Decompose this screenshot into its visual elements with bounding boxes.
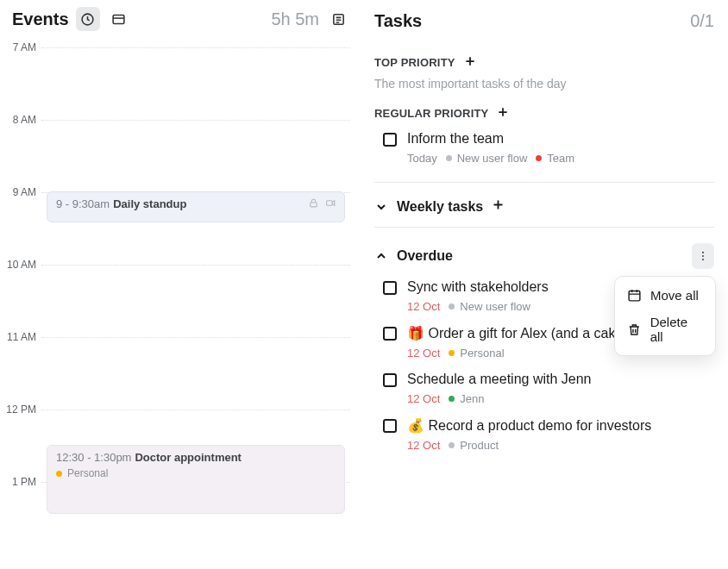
event-time: 9 - 9:30am bbox=[56, 197, 110, 210]
overdue-heading[interactable]: Overdue bbox=[374, 243, 714, 269]
add-regular-priority-button[interactable] bbox=[497, 106, 509, 121]
svg-point-5 bbox=[702, 252, 704, 253]
svg-point-7 bbox=[702, 259, 704, 260]
task-tag: Product bbox=[449, 439, 499, 452]
list-layout-icon bbox=[111, 12, 126, 27]
top-priority-subtitle: The most important tasks of the day bbox=[374, 77, 714, 91]
hour-label: 7 AM bbox=[0, 41, 41, 53]
hour-row: 11 AM bbox=[0, 337, 362, 343]
task-checkbox[interactable] bbox=[383, 133, 397, 147]
task-tag-label: Team bbox=[547, 152, 574, 165]
notes-icon bbox=[331, 12, 346, 27]
add-top-priority-button[interactable] bbox=[464, 55, 476, 70]
task-title: Schedule a meeting with Jenn bbox=[407, 372, 714, 387]
hour-line bbox=[41, 410, 350, 410]
task-item[interactable]: Inform the teamTodayNew user flowTeam bbox=[374, 121, 714, 166]
task-tag-label: New user flow bbox=[460, 300, 530, 313]
overdue-label: Overdue bbox=[397, 248, 453, 264]
tasks-pane: Tasks 0/1 Top Priority The most importan… bbox=[362, 0, 728, 569]
calendar-body[interactable]: 7 AM8 AM9 AM10 AM11 AM12 PM1 PM9 - 9:30a… bbox=[0, 34, 362, 569]
tasks-title: Tasks bbox=[374, 11, 422, 31]
delete-all-label: Delete all bbox=[650, 315, 703, 344]
task-tag: New user flow bbox=[449, 300, 530, 313]
section-top-priority: Top Priority The most important tasks of… bbox=[374, 55, 714, 91]
svg-rect-1 bbox=[113, 15, 124, 23]
task-date: 12 Oct bbox=[407, 392, 440, 405]
event-tag: Personal bbox=[56, 467, 336, 479]
event-time: 12:30 - 1:30pm bbox=[56, 451, 131, 464]
list-view-button[interactable] bbox=[107, 7, 131, 31]
task-tag-label: New user flow bbox=[457, 152, 528, 165]
task-title: 💰 Record a product demo for investors bbox=[407, 417, 714, 434]
hour-line bbox=[41, 337, 350, 338]
calendar-event[interactable]: 12:30 - 1:30pmDoctor appointmentPersonal bbox=[47, 445, 345, 514]
total-duration: 5h 5m bbox=[271, 9, 319, 29]
notes-button[interactable] bbox=[326, 7, 350, 31]
hour-row: 7 AM bbox=[0, 47, 362, 53]
tasks-header: Tasks 0/1 bbox=[374, 7, 714, 34]
overdue-more-button[interactable] bbox=[692, 243, 714, 269]
section-weekly-tasks: Weekly tasks bbox=[374, 198, 714, 215]
task-tag: Team bbox=[536, 152, 574, 165]
hour-label: 9 AM bbox=[0, 186, 41, 198]
more-vertical-icon bbox=[697, 250, 709, 262]
calendar-move-icon bbox=[627, 288, 642, 303]
hour-line bbox=[41, 120, 350, 121]
regular-priority-heading: Regular Priority bbox=[374, 106, 714, 121]
hour-row: 8 AM bbox=[0, 120, 362, 126]
divider bbox=[374, 227, 714, 228]
hour-line bbox=[41, 47, 350, 48]
section-regular-priority: Regular Priority Inform the teamTodayNew… bbox=[374, 106, 714, 166]
clock-icon bbox=[80, 12, 95, 27]
tasks-count: 0/1 bbox=[690, 11, 714, 31]
add-weekly-task-button[interactable] bbox=[492, 198, 505, 215]
task-tag: Jenn bbox=[449, 392, 484, 405]
hour-line bbox=[41, 265, 350, 266]
move-all-button[interactable]: Move all bbox=[620, 282, 710, 309]
events-title: Events bbox=[12, 9, 69, 29]
delete-all-button[interactable]: Delete all bbox=[620, 309, 710, 350]
task-date: Today bbox=[407, 152, 437, 165]
task-tag-label: Jenn bbox=[460, 392, 484, 405]
regular-priority-label: Regular Priority bbox=[374, 107, 488, 120]
task-tag-label: Product bbox=[460, 439, 499, 452]
task-checkbox[interactable] bbox=[383, 281, 397, 295]
plus-icon bbox=[497, 106, 509, 118]
weekly-tasks-label: Weekly tasks bbox=[397, 199, 483, 215]
svg-rect-3 bbox=[311, 203, 317, 207]
hour-row: 12 PM bbox=[0, 410, 362, 416]
events-header: Events 5h 5m bbox=[0, 0, 362, 34]
task-checkbox[interactable] bbox=[383, 373, 397, 387]
weekly-tasks-heading[interactable]: Weekly tasks bbox=[374, 198, 714, 215]
task-date: 12 Oct bbox=[407, 347, 440, 360]
chevron-up-icon bbox=[374, 249, 388, 263]
hour-label: 11 AM bbox=[0, 331, 41, 343]
divider bbox=[374, 182, 714, 183]
plus-icon bbox=[464, 55, 476, 67]
task-checkbox[interactable] bbox=[383, 327, 397, 341]
task-date: 12 Oct bbox=[407, 439, 440, 452]
clock-view-button[interactable] bbox=[76, 7, 100, 31]
calendar-event[interactable]: 9 - 9:30amDaily standup bbox=[47, 191, 345, 222]
trash-icon bbox=[627, 322, 642, 337]
top-priority-label: Top Priority bbox=[374, 56, 455, 69]
hour-label: 10 AM bbox=[0, 259, 41, 271]
task-checkbox[interactable] bbox=[383, 419, 397, 433]
svg-point-6 bbox=[702, 255, 704, 257]
svg-rect-4 bbox=[327, 201, 333, 205]
task-item[interactable]: Schedule a meeting with Jenn12 OctJenn bbox=[374, 361, 714, 407]
top-priority-heading: Top Priority bbox=[374, 55, 714, 70]
hour-label: 1 PM bbox=[0, 476, 41, 488]
overdue-actions-popup: Move all Delete all bbox=[614, 276, 716, 356]
video-icon bbox=[324, 197, 337, 209]
move-all-label: Move all bbox=[650, 288, 699, 303]
chevron-down-icon bbox=[374, 200, 388, 214]
task-title: Inform the team bbox=[407, 131, 714, 147]
task-tag: New user flow bbox=[446, 152, 528, 165]
hour-label: 8 AM bbox=[0, 114, 41, 126]
event-title: Doctor appointment bbox=[135, 451, 242, 464]
event-tag-label: Personal bbox=[67, 467, 108, 479]
lock-icon bbox=[308, 197, 319, 209]
event-title: Daily standup bbox=[113, 197, 186, 210]
task-item[interactable]: 💰 Record a product demo for investors12 … bbox=[374, 407, 714, 453]
